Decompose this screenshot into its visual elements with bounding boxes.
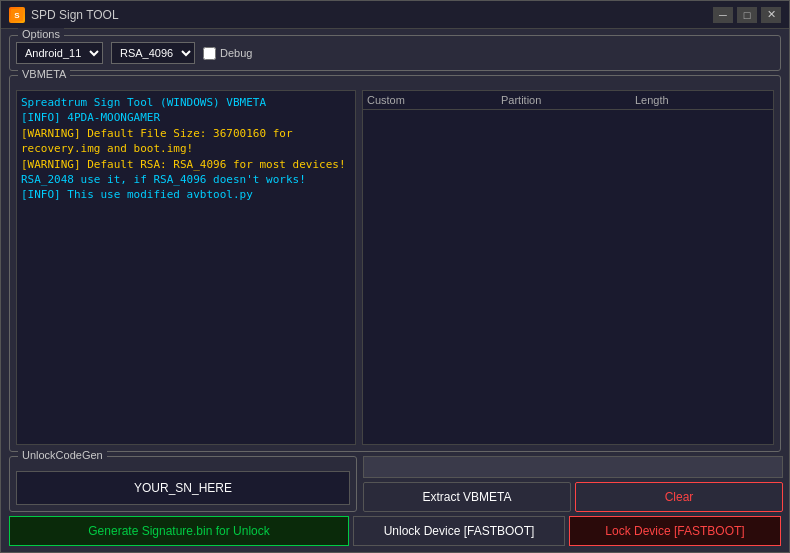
- window-title: SPD Sign TOOL: [31, 8, 119, 22]
- unlock-section-label: UnlockCodeGen: [18, 449, 107, 461]
- right-controls: Extract VBMETA Clear: [363, 456, 783, 512]
- android-version-select[interactable]: Android_11Android_10Android_9Android_8: [16, 42, 103, 64]
- clear-button[interactable]: Clear: [575, 482, 783, 512]
- rsa-version-select[interactable]: RSA_4096RSA_2048: [111, 42, 195, 64]
- col-partition: Partition: [501, 94, 635, 106]
- sn-input[interactable]: [16, 471, 350, 505]
- extract-clear-row: Extract VBMETA Clear: [363, 482, 783, 512]
- lock-fastboot-button[interactable]: Lock Device [FASTBOOT]: [569, 516, 781, 546]
- vbmeta-label: VBMETA: [18, 68, 70, 80]
- maximize-button[interactable]: □: [737, 7, 757, 23]
- col-length: Length: [635, 94, 769, 106]
- close-button[interactable]: ✕: [761, 7, 781, 23]
- options-section: Options Android_11Android_10Android_9And…: [9, 35, 781, 71]
- extract-vbmeta-button[interactable]: Extract VBMETA: [363, 482, 571, 512]
- bottom-main-row: UnlockCodeGen Extract VBMETA Clear: [9, 456, 781, 512]
- options-label: Options: [18, 28, 64, 40]
- generate-signature-button[interactable]: Generate Signature.bin for Unlock: [9, 516, 349, 546]
- table-area: Custom Partition Length: [362, 90, 774, 445]
- debug-label: Debug: [220, 47, 252, 59]
- app-icon: S: [9, 7, 25, 23]
- title-bar: S SPD Sign TOOL ─ □ ✕: [1, 1, 789, 29]
- unlock-fastboot-button[interactable]: Unlock Device [FASTBOOT]: [353, 516, 565, 546]
- debug-row: Debug: [203, 47, 252, 60]
- table-body: [363, 110, 773, 444]
- title-bar-left: S SPD Sign TOOL: [9, 7, 119, 23]
- bottom-buttons-row: Generate Signature.bin for Unlock Unlock…: [9, 516, 781, 546]
- col-custom: Custom: [367, 94, 501, 106]
- main-window: S SPD Sign TOOL ─ □ ✕ Options Android_11…: [0, 0, 790, 553]
- bottom-section: UnlockCodeGen Extract VBMETA Clear Gener…: [9, 456, 781, 546]
- top-bar-input[interactable]: [363, 456, 783, 478]
- table-header: Custom Partition Length: [363, 91, 773, 110]
- unlock-group: UnlockCodeGen: [9, 456, 357, 512]
- log-area[interactable]: Spreadtrum Sign Tool (WINDOWS) VBMETA[IN…: [16, 90, 356, 445]
- minimize-button[interactable]: ─: [713, 7, 733, 23]
- svg-text:S: S: [14, 11, 20, 20]
- options-row: Android_11Android_10Android_9Android_8 R…: [16, 42, 774, 64]
- debug-checkbox[interactable]: [203, 47, 216, 60]
- vbmeta-section: VBMETA Spreadtrum Sign Tool (WINDOWS) VB…: [9, 75, 781, 452]
- main-content: Options Android_11Android_10Android_9And…: [1, 29, 789, 552]
- title-controls: ─ □ ✕: [713, 7, 781, 23]
